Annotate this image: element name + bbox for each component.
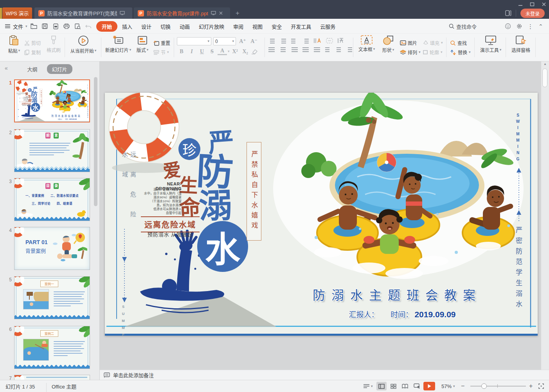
line-spacing-button[interactable] bbox=[325, 47, 332, 52]
text-direction-button[interactable] bbox=[314, 38, 321, 43]
slide-thumbnail-5[interactable]: 案例一 bbox=[14, 276, 90, 319]
replace-button[interactable]: 替换▾ bbox=[450, 49, 471, 56]
undo-button[interactable] bbox=[85, 22, 92, 30]
menu-tab-design[interactable]: 设计 bbox=[137, 21, 156, 32]
close-tab-icon[interactable] bbox=[219, 11, 223, 15]
align-left-button[interactable] bbox=[268, 47, 275, 52]
print-preview-button[interactable] bbox=[74, 22, 81, 30]
clear-format-button[interactable] bbox=[251, 49, 258, 54]
maximize-button[interactable] bbox=[527, 1, 537, 8]
slide-thumbnail-1[interactable]: 远离危险水域 SUMMER 珍 爱 生 命 NEAR-DROWNING 溺水，是… bbox=[14, 79, 90, 122]
paste-button[interactable]: 粘贴▾ bbox=[5, 35, 23, 54]
file-menu[interactable]: 文件 ▾ bbox=[5, 19, 32, 34]
close-window-button[interactable] bbox=[539, 1, 549, 8]
copy-button[interactable]: 复制 bbox=[24, 49, 41, 56]
open-file-button[interactable] bbox=[30, 22, 38, 30]
justify-button[interactable] bbox=[302, 47, 309, 52]
wps-home-button[interactable]: WPS 演示 bbox=[2, 7, 32, 19]
menu-tab-transition[interactable]: 切换 bbox=[156, 21, 175, 32]
paragraph-spacing-button[interactable] bbox=[337, 47, 343, 52]
present-tools-button[interactable]: 演示工具▾ bbox=[477, 35, 504, 53]
distribute-button[interactable] bbox=[314, 47, 320, 52]
present-monitor-icon[interactable] bbox=[211, 11, 216, 15]
align-right-button[interactable] bbox=[291, 47, 298, 52]
insert-picture-button[interactable]: 图片 bbox=[400, 39, 421, 47]
subscript-button[interactable]: X₂ bbox=[241, 49, 250, 55]
font-size-combo[interactable]: 0▾ bbox=[213, 37, 236, 45]
decrease-font-button[interactable]: A⁻ bbox=[249, 38, 259, 45]
command-search[interactable]: 查找命令 bbox=[449, 19, 477, 34]
arrange-button[interactable]: 排列▾ bbox=[400, 49, 421, 56]
new-tab-button[interactable]: + bbox=[236, 10, 239, 16]
zoom-level[interactable]: 57% ▾ bbox=[441, 380, 455, 392]
scrollbar-thumb[interactable] bbox=[542, 68, 547, 87]
minimize-button[interactable] bbox=[515, 1, 526, 8]
menu-tab-review[interactable]: 审阅 bbox=[229, 21, 248, 32]
shapes-button[interactable]: 形状▾ bbox=[379, 35, 398, 53]
slide-sorter-button[interactable] bbox=[388, 382, 398, 390]
doc-tab-1[interactable]: P 防溺水安全教育课件PPT(完美版) bbox=[34, 7, 132, 19]
collapse-ribbon-icon[interactable]: ⌃ bbox=[538, 23, 543, 29]
format-painter-button[interactable]: 格式刷 bbox=[44, 35, 63, 53]
selection-pane-button[interactable]: 选择窗格 bbox=[509, 35, 533, 53]
reset-slide-button[interactable]: 重置 bbox=[153, 39, 170, 47]
tab-outline[interactable]: 大纲 bbox=[27, 65, 37, 73]
textbox-button[interactable]: 文本框▾ bbox=[356, 35, 377, 52]
menu-tab-slideshow[interactable]: 幻灯片放映 bbox=[194, 21, 229, 32]
zoom-out-button[interactable]: − bbox=[461, 380, 464, 392]
decrease-indent-button[interactable] bbox=[291, 38, 298, 43]
settings-gear-icon[interactable] bbox=[516, 23, 522, 29]
menu-tab-cloud[interactable]: 云服务 bbox=[316, 21, 340, 32]
menu-tab-insert[interactable]: 插入 bbox=[118, 21, 137, 32]
bullet-list-button[interactable] bbox=[268, 38, 275, 43]
slide-layout-button[interactable]: 版式▾ bbox=[133, 35, 152, 53]
play-from-current-button[interactable]: 从当前开始▾ bbox=[67, 35, 99, 54]
slide-thumbnail-3[interactable]: 目 录 一、背景案例 二、防溺水知识要点 三、同学讨论 四、结束语 bbox=[14, 178, 90, 221]
collapse-panel-button[interactable]: « bbox=[5, 65, 8, 71]
shape-fill-button[interactable]: 填充▾ bbox=[423, 39, 443, 47]
slide-thumbnail-7[interactable] bbox=[14, 375, 90, 380]
theme-name[interactable]: Office 主题 bbox=[52, 380, 76, 392]
menu-tab-animation[interactable]: 动画 bbox=[175, 21, 194, 32]
increase-indent-button[interactable] bbox=[302, 38, 309, 43]
normal-view-button[interactable] bbox=[376, 382, 387, 390]
cut-button[interactable]: 剪切 bbox=[24, 39, 41, 47]
font-color-button[interactable]: A bbox=[218, 48, 227, 55]
slide-thumbnail-2[interactable]: 前 言 bbox=[14, 129, 90, 172]
superscript-button[interactable]: X² bbox=[230, 49, 240, 55]
print-button[interactable] bbox=[63, 22, 70, 30]
notes-toggle-button[interactable]: ▾ bbox=[363, 380, 373, 392]
reading-view-button[interactable] bbox=[400, 382, 410, 390]
present-monitor-icon[interactable] bbox=[120, 11, 125, 15]
slide-thumbnail-6[interactable]: 案例二 bbox=[14, 326, 90, 369]
scroll-up-button[interactable]: ▲ bbox=[541, 62, 549, 66]
vertical-scrollbar[interactable]: ▲ bbox=[541, 61, 549, 370]
menu-tab-home[interactable]: 开始 bbox=[96, 21, 117, 32]
section-button[interactable]: 节▾ bbox=[153, 49, 170, 56]
font-family-combo[interactable]: ▾ bbox=[177, 37, 211, 45]
zoom-in-button[interactable]: + bbox=[529, 380, 533, 392]
new-slide-button[interactable]: 新建幻灯片▾ bbox=[103, 35, 133, 53]
increase-font-button[interactable]: A⁺ bbox=[238, 38, 247, 45]
vertical-align-button[interactable] bbox=[338, 38, 345, 43]
underline-button[interactable]: U bbox=[197, 49, 207, 55]
find-button[interactable]: 查找 bbox=[450, 39, 471, 47]
menu-tab-security[interactable]: 安全 bbox=[267, 21, 286, 32]
menu-tab-devtools[interactable]: 开发工具 bbox=[286, 21, 315, 32]
play-slideshow-button[interactable] bbox=[423, 382, 435, 390]
bold-button[interactable]: B bbox=[177, 49, 186, 55]
save-button[interactable] bbox=[41, 22, 49, 30]
fit-window-button[interactable] bbox=[538, 380, 544, 392]
panel-scrollbar[interactable] bbox=[94, 77, 97, 206]
notes-bar[interactable]: 单击此处添加备注 bbox=[100, 370, 549, 380]
align-center-button[interactable] bbox=[280, 47, 286, 52]
menu-tab-view[interactable]: 视图 bbox=[248, 21, 267, 32]
strikethrough-button[interactable]: S bbox=[207, 49, 217, 55]
slide-thumbnail-4[interactable]: PART 01 背景案例 bbox=[14, 227, 90, 270]
feedback-smiley-icon[interactable] bbox=[505, 23, 511, 29]
doc-tab-2-active[interactable]: P 防溺水安全教育ppt课件.ppt bbox=[134, 7, 230, 19]
slideshow-view-button[interactable] bbox=[412, 382, 422, 390]
split-view-button[interactable] bbox=[505, 10, 511, 16]
zoom-slider-knob[interactable] bbox=[481, 383, 487, 389]
spacing-options-button[interactable] bbox=[348, 47, 355, 52]
